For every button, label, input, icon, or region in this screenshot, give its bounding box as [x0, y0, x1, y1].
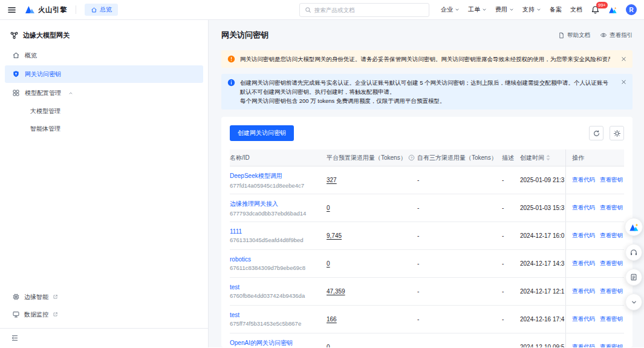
info-icon	[227, 78, 235, 87]
user-avatar[interactable]: R	[626, 4, 637, 15]
search-input[interactable]	[314, 7, 424, 13]
col-platform-usage: 平台预置渠道用量（Tokens） ?	[327, 149, 417, 166]
table-row: test 6760fb8e4dd037424b9436da 47,359 - -…	[230, 278, 624, 306]
key-name-link[interactable]: 1111	[230, 228, 242, 235]
brand-logo[interactable]: 火山引擎	[25, 5, 67, 15]
menu-enterprise[interactable]: 企业	[441, 5, 460, 14]
platform-usage-cell: 9,745	[327, 222, 417, 249]
refresh-button[interactable]	[589, 126, 603, 140]
actions-cell: 查看代码 查看密钥	[565, 222, 623, 249]
table-body: DeepSeek模型调用 677fd14a05945c1d8eebe4c7 32…	[230, 166, 624, 347]
notifications-button[interactable]: 99+	[591, 5, 600, 15]
close-icon[interactable]	[621, 56, 626, 62]
col-platform-label: 平台预置渠道用量（Tokens）	[327, 154, 406, 162]
survey-button[interactable]	[625, 269, 642, 286]
nav-overview[interactable]: 总览	[85, 4, 118, 16]
sidebar-group-label: 模型配置管理	[25, 89, 61, 97]
view-code-link[interactable]: 查看代码	[572, 343, 595, 347]
key-id: 675ff74f5b31453e5c5b867e	[230, 320, 301, 327]
view-code-link[interactable]: 查看代码	[572, 204, 595, 212]
platform-usage-value[interactable]: 9,745	[327, 232, 342, 239]
view-code-link[interactable]: 查看代码	[572, 315, 595, 323]
sidebar-link-data-monitor[interactable]: 数据监控	[5, 306, 203, 323]
key-name-link[interactable]: 边缘推理网关接入	[230, 200, 278, 208]
promo-icon[interactable]	[608, 6, 617, 14]
view-code-link[interactable]: 查看代码	[572, 260, 595, 268]
help-circle-icon[interactable]: ?	[408, 154, 415, 161]
view-guide-link[interactable]: 查看指引	[600, 31, 633, 39]
view-code-link[interactable]: 查看代码	[572, 232, 595, 240]
divider	[76, 5, 76, 14]
link-icp[interactable]: 备案	[550, 5, 562, 14]
description-cell: -	[502, 166, 520, 194]
key-name-link[interactable]: robotics	[230, 256, 251, 263]
menu-billing[interactable]: 费用	[495, 5, 514, 14]
svg-text:?: ?	[411, 156, 413, 160]
keys-card: 创建网关访问密钥 名称/ID	[221, 117, 633, 347]
floating-brand-button[interactable]	[625, 218, 643, 236]
collapse-sidebar-button[interactable]	[0, 328, 208, 347]
toolbar: 创建网关访问密钥	[230, 125, 624, 141]
thirdparty-usage-cell: -	[417, 333, 502, 347]
key-name-link[interactable]: OpenAI的网关访问密钥	[230, 339, 293, 347]
platform-usage-value[interactable]: 0	[327, 205, 330, 211]
platform-usage-value[interactable]: 327	[327, 177, 337, 183]
table-row: DeepSeek模型调用 677fd14a05945c1d8eebe4c7 32…	[230, 166, 624, 194]
sort-icon[interactable]	[546, 154, 550, 161]
link-docs[interactable]: 文档	[570, 5, 582, 14]
hamburger-menu-icon[interactable]	[7, 5, 16, 15]
view-key-link[interactable]: 查看密钥	[600, 343, 623, 347]
view-key-link[interactable]: 查看密钥	[600, 204, 623, 212]
name-id-cell: DeepSeek模型调用 677fd14a05945c1d8eebe4c7	[230, 166, 327, 194]
col-created[interactable]: 创建时间	[520, 149, 565, 166]
info-text: 创建网关访问密钥前请先完成账号实名认证。企业认证账号默认可创建 5 个网关访问密…	[240, 78, 610, 105]
topbar: 火山引擎 总览 企业 工单 费用 支持 备案 文档	[0, 0, 644, 20]
info-banner: 创建网关访问密钥前请先完成账号实名认证。企业认证账号默认可创建 5 个网关访问密…	[221, 74, 633, 110]
platform-usage-value[interactable]: 0	[327, 260, 330, 267]
help-doc-link[interactable]: 帮助文档	[558, 31, 590, 39]
thirdparty-usage-cell: -	[417, 222, 502, 249]
search-icon	[305, 7, 311, 13]
sidebar-item-agent-management[interactable]: 智能体管理	[5, 120, 203, 137]
document-icon	[558, 32, 565, 39]
support-button[interactable]	[625, 244, 642, 261]
platform-usage-value[interactable]: 47,359	[327, 288, 345, 295]
sidebar-group-model-config[interactable]: 模型配置管理	[5, 84, 203, 102]
actions-cell: 查看代码 查看密钥	[565, 278, 623, 305]
headset-icon	[629, 248, 638, 257]
collapse-widgets-button[interactable]	[625, 294, 642, 310]
chevron-down-icon	[509, 7, 514, 12]
chip-icon	[12, 293, 20, 301]
sidebar-item-label: 网关访问密钥	[25, 70, 61, 79]
key-name-link[interactable]: test	[230, 284, 239, 291]
page-title: 网关访问密钥	[221, 30, 268, 41]
actions-cell: 查看代码 查看密钥	[565, 306, 623, 333]
close-icon[interactable]	[621, 78, 626, 85]
create-key-button[interactable]: 创建网关访问密钥	[230, 125, 294, 141]
view-code-link[interactable]: 查看代码	[572, 176, 595, 184]
menu-support[interactable]: 支持	[522, 5, 541, 14]
sidebar-link-edge-ai[interactable]: 边缘智能	[5, 289, 203, 305]
sidebar-item-model-management[interactable]: 大模型管理	[5, 103, 203, 119]
warning-icon	[227, 55, 235, 63]
view-key-link[interactable]: 查看密钥	[600, 287, 623, 295]
name-id-cell: 边缘推理网关接入 677793dca0dbb37ebd6bad14	[230, 194, 327, 222]
info-text-line1: 创建网关访问密钥前请先完成账号实名认证。企业认证账号默认可创建 5 个网关访问密…	[240, 78, 610, 96]
sidebar-item-overview[interactable]: 概览	[5, 47, 203, 64]
view-key-link[interactable]: 查看密钥	[600, 232, 623, 240]
view-key-link[interactable]: 查看密钥	[600, 315, 623, 323]
sidebar-item-access-keys[interactable]: 网关访问密钥	[5, 65, 203, 83]
key-name-link[interactable]: DeepSeek模型调用	[230, 172, 282, 180]
column-settings-button[interactable]	[610, 126, 624, 140]
view-key-link[interactable]: 查看密钥	[600, 176, 623, 184]
platform-usage-value[interactable]: 0	[327, 344, 330, 347]
platform-usage-value[interactable]: 166	[327, 316, 337, 323]
refresh-icon	[593, 130, 600, 137]
menu-label: 企业	[441, 5, 453, 14]
view-code-link[interactable]: 查看代码	[572, 287, 595, 295]
key-name-link[interactable]: test	[230, 312, 239, 318]
menu-tickets[interactable]: 工单	[468, 5, 487, 14]
platform-usage-cell: 327	[327, 166, 417, 194]
name-id-cell: robotics 67611c8384309d7b9ebe69c8	[230, 250, 327, 277]
view-key-link[interactable]: 查看密钥	[600, 260, 623, 268]
